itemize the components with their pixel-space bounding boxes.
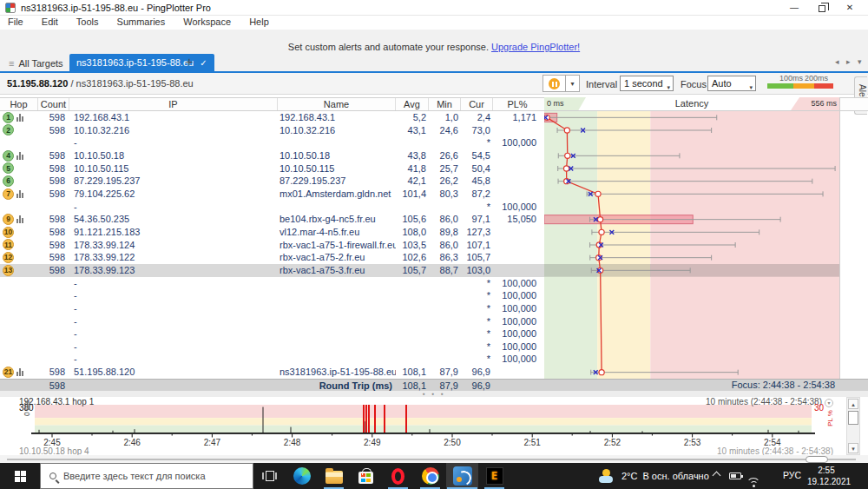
count-cell bbox=[38, 302, 69, 315]
timeline-graph-icon[interactable] bbox=[16, 215, 23, 223]
name-cell bbox=[278, 201, 396, 214]
header-ip[interactable]: IP bbox=[69, 98, 278, 110]
scrollbar-thumb[interactable] bbox=[806, 456, 828, 463]
svg-text:2:52: 2:52 bbox=[604, 438, 621, 447]
tray-overflow-chevron-icon[interactable] bbox=[713, 472, 721, 480]
pl-cell bbox=[493, 226, 542, 239]
scroll-down-arrow[interactable]: ▾ bbox=[848, 443, 858, 453]
taskbar-search-input[interactable]: Введите здесь текст для поиска bbox=[40, 463, 253, 489]
folder-icon bbox=[326, 471, 343, 484]
scrollbar-track[interactable] bbox=[7, 459, 856, 460]
scroll-up-arrow[interactable]: ▴ bbox=[848, 399, 858, 409]
cur-cell: * bbox=[461, 302, 493, 315]
pause-dropdown-button[interactable]: ▾ bbox=[566, 75, 580, 92]
task-view-button[interactable] bbox=[253, 463, 286, 489]
header-hop[interactable]: Hop bbox=[0, 98, 38, 110]
avg-cell: 43,8 bbox=[396, 149, 429, 162]
cur-cell: 107,1 bbox=[461, 239, 493, 252]
min-cell: 88,7 bbox=[429, 264, 461, 277]
header-min[interactable]: Min bbox=[429, 98, 461, 110]
name-cell bbox=[278, 136, 396, 149]
hop-cell: 2 bbox=[0, 124, 38, 137]
footer-focus-range: Focus: 2:44:38 - 2:54:38 bbox=[732, 379, 835, 391]
ip-cell: - bbox=[69, 327, 278, 340]
tray-time: 2:55 bbox=[807, 465, 845, 476]
timeline-vertical-scrollbar[interactable]: ▴ ▾ bbox=[846, 397, 860, 455]
interval-select[interactable]: 1 second▾ bbox=[620, 76, 674, 91]
footer-ip-cell bbox=[69, 380, 278, 391]
hop-cell bbox=[0, 289, 38, 302]
cur-cell: 73,0 bbox=[461, 124, 493, 137]
minimize-button[interactable]: — bbox=[781, 0, 807, 16]
hop-number-badge: 1 bbox=[3, 112, 14, 123]
language-indicator[interactable]: РУС bbox=[783, 470, 801, 480]
hop-number-badge: 7 bbox=[3, 188, 14, 200]
min-cell bbox=[429, 353, 461, 366]
edge-browser-button[interactable] bbox=[286, 463, 318, 489]
tab-scroll-arrows[interactable]: ◂ ▸ ▾ bbox=[835, 57, 865, 66]
name-cell: ns3181963.ip-51-195-88.eu bbox=[278, 366, 396, 379]
microsoft-store-button[interactable] bbox=[350, 463, 382, 489]
file-explorer-button[interactable] bbox=[318, 463, 350, 489]
avg-cell: 108,1 bbox=[396, 366, 429, 379]
upgrade-link[interactable]: Upgrade PingPlotter! bbox=[491, 42, 580, 52]
ip-cell: - bbox=[69, 136, 278, 149]
hop-number-badge: 13 bbox=[3, 265, 14, 276]
battery-icon[interactable] bbox=[729, 472, 741, 479]
name-cell: rbx-vac1-a75-3.fr.eu bbox=[278, 264, 396, 277]
pingplotter-taskbar-button[interactable] bbox=[446, 463, 478, 489]
min-cell: 86,3 bbox=[429, 251, 461, 264]
header-count[interactable]: Count bbox=[38, 98, 69, 110]
scrollbar-thumb[interactable] bbox=[848, 411, 858, 425]
svg-text:2:49: 2:49 bbox=[364, 438, 381, 447]
count-cell: 598 bbox=[38, 264, 69, 277]
menu-file[interactable]: File bbox=[8, 17, 23, 27]
pause-button[interactable] bbox=[542, 75, 566, 92]
svg-text:2:47: 2:47 bbox=[204, 438, 221, 447]
clock-widget[interactable]: 2:5519.12.2021 bbox=[807, 465, 845, 487]
eve-launcher-button[interactable]: E bbox=[478, 463, 510, 489]
header-cur[interactable]: Cur bbox=[461, 98, 493, 110]
latency-trace-graph[interactable] bbox=[544, 111, 839, 379]
ip-cell: - bbox=[69, 201, 278, 214]
timeline-graph-icon[interactable] bbox=[16, 190, 23, 198]
header-pl[interactable]: PL% bbox=[493, 98, 542, 110]
pane-splitter-handle[interactable]: ● ● ● bbox=[0, 391, 868, 397]
timeline-graph-icon[interactable] bbox=[16, 152, 23, 160]
header-name[interactable]: Name bbox=[278, 98, 396, 110]
avg-cell bbox=[396, 302, 429, 315]
close-button[interactable]: ✕ bbox=[837, 0, 863, 16]
count-cell bbox=[38, 353, 69, 366]
focus-label: Focus bbox=[681, 79, 707, 89]
cur-cell: 45,8 bbox=[461, 175, 493, 188]
weather-condition: В осн. облачно bbox=[642, 471, 708, 481]
upgrade-banner: Set custom alerts and automate your resp… bbox=[0, 30, 868, 54]
restore-button[interactable] bbox=[809, 0, 835, 16]
min-cell: 86,0 bbox=[429, 239, 461, 252]
timeline-horizontal-scrollbar[interactable] bbox=[0, 455, 868, 463]
search-icon bbox=[49, 472, 56, 479]
header-avg[interactable]: Avg bbox=[396, 98, 429, 110]
timeline-graph-icon[interactable] bbox=[16, 114, 23, 122]
timeline-graph-icon[interactable] bbox=[16, 368, 23, 376]
menu-workspace[interactable]: Workspace bbox=[183, 17, 231, 27]
start-button[interactable] bbox=[0, 463, 40, 489]
name-cell bbox=[278, 353, 396, 366]
timeline-packetloss-max: 30 bbox=[814, 403, 824, 413]
opera-browser-button[interactable] bbox=[382, 463, 414, 489]
chrome-icon bbox=[422, 467, 439, 485]
pl-cell bbox=[493, 264, 542, 277]
footer-label: Round Trip (ms) bbox=[278, 380, 396, 391]
chrome-browser-button[interactable] bbox=[414, 463, 446, 489]
menu-tools[interactable]: Tools bbox=[76, 17, 99, 27]
menu-help[interactable]: Help bbox=[249, 17, 269, 27]
menu-edit[interactable]: Edit bbox=[42, 17, 58, 27]
focus-select[interactable]: Auto▾ bbox=[707, 76, 756, 91]
new-tab-button[interactable]: + bbox=[186, 55, 193, 69]
menu-summaries[interactable]: Summaries bbox=[117, 17, 166, 27]
name-cell bbox=[278, 289, 396, 302]
wifi-icon[interactable] bbox=[746, 478, 760, 488]
weather-widget[interactable]: 2°C В осн. облачно bbox=[599, 463, 709, 489]
avg-cell bbox=[396, 277, 429, 290]
hop-cell: 1 bbox=[0, 111, 38, 124]
